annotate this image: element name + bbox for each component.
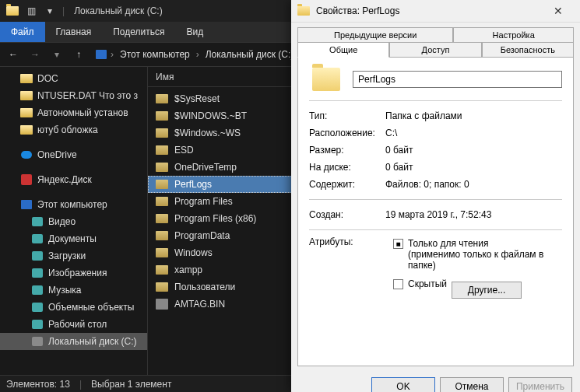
back-button[interactable]: ← [5,46,22,63]
yandex-icon [20,174,33,185]
folder-icon [20,107,33,118]
cancel-button[interactable]: Отмена [440,377,504,392]
sidebar-item-disk-c[interactable]: Локальный диск (C:) [0,333,147,350]
sidebar-label: DOC [37,73,58,84]
folder-name-input[interactable] [353,71,562,88]
value-type: Папка с файлами [385,110,562,121]
sidebar-this-pc[interactable]: Этот компьютер [0,196,147,213]
sidebar-label: Яндекс.Диск [37,174,92,185]
menu-file[interactable]: Файл [0,22,45,42]
file-label: OneDriveTemp [174,162,237,173]
menu-home[interactable]: Главная [45,22,103,42]
sidebar-label: Музыка [48,285,81,296]
file-label: Program Files (x86) [174,213,256,224]
label-contains: Содержит: [309,179,385,190]
disk-icon [31,336,44,347]
checkbox-readonly[interactable]: ■ [393,239,403,249]
library-icon [31,285,44,296]
folder-icon [156,180,168,189]
file-icon [156,299,168,310]
sidebar-item[interactable]: Видео [0,213,147,230]
file-label: Program Files [174,196,233,207]
label-size-on-disk: На диске: [309,162,385,173]
sidebar-label: ютуб обложка [37,124,98,135]
value-size: 0 байт [385,145,562,156]
file-label: Пользователи [174,282,235,292]
sidebar-label: Видео [48,216,76,227]
chevron-right-icon[interactable]: › [111,49,114,60]
navigation-pane[interactable]: DOC NTUSER.DAT Что это з Автономный уста… [0,67,148,375]
crumb-this-pc[interactable]: Этот компьютер [117,49,193,60]
value-location: C:\ [385,128,562,138]
tab-customize[interactable]: Настройка [453,27,574,43]
ok-button[interactable]: OK [371,377,435,392]
dialog-buttons: OK Отмена Применить [291,371,580,392]
sidebar-item[interactable]: Рабочий стол [0,316,147,333]
advanced-button[interactable]: Другие... [452,282,522,299]
apply-button[interactable]: Применить [508,377,572,392]
sidebar-item[interactable]: Объемные объекты [0,299,147,316]
window-title: Локальный диск (C:) [74,5,163,16]
sidebar-label: Объемные объекты [48,302,134,313]
library-icon [31,302,44,313]
sidebar-item[interactable]: Загрузки [0,247,147,264]
pc-icon [95,49,107,60]
tab-general[interactable]: Общие [297,42,389,58]
sidebar-item[interactable]: ютуб обложка [0,121,147,138]
chevron-right-icon[interactable]: › [196,49,199,60]
tab-previous-versions[interactable]: Предыдущие версии [297,27,453,43]
folder-icon [156,282,168,292]
close-button[interactable]: ✕ [543,0,574,22]
folder-icon [156,111,168,121]
file-label: xampp [174,264,202,275]
folder-icon [156,265,168,275]
sidebar-item[interactable]: Музыка [0,282,147,299]
up-button[interactable]: ↑ [70,46,87,63]
sidebar-item[interactable]: DOC [0,70,147,87]
sidebar-item[interactable]: Документы [0,230,147,247]
label-size: Размер: [309,145,385,156]
label-hidden: Скрытый [408,278,447,289]
sidebar-label: Документы [48,233,97,244]
tab-security[interactable]: Безопасность [482,42,574,58]
sidebar-item[interactable]: NTUSER.DAT Что это з [0,87,147,104]
folder-icon [6,5,19,17]
file-label: AMTAG.BIN [174,299,225,310]
folder-icon [297,6,310,16]
file-label: $Windows.~WS [174,128,241,138]
label-created: Создан: [309,209,385,220]
folder-icon [156,128,168,138]
status-selection: Выбран 1 элемент [91,379,171,390]
value-created: 19 марта 2019 г., 7:52:43 [385,209,562,220]
pc-icon [20,199,33,210]
menu-view[interactable]: Вид [175,22,214,42]
forward-button[interactable]: → [26,46,44,63]
recent-dropdown[interactable]: ▾ [48,46,65,63]
sidebar-yandex[interactable]: Яндекс.Диск [0,171,147,188]
folder-icon [156,197,168,206]
file-label: Windows [174,247,213,258]
sidebar-label: Изображения [48,268,107,278]
checkbox-hidden[interactable] [393,279,403,289]
file-label: ProgramData [174,230,230,241]
crumb-disk[interactable]: Локальный диск (C:) [202,49,297,60]
sidebar-label: Рабочий стол [48,319,107,330]
dialog-titlebar[interactable]: Свойства: PerfLogs ✕ [291,0,580,23]
tab-panel-general: Тип:Папка с файлами Расположение:C:\ Раз… [297,57,574,366]
folder-icon [156,94,168,103]
folder-icon [20,73,33,84]
sidebar-item[interactable]: Автономный установ [0,104,147,121]
sidebar-label: Автономный установ [37,107,128,118]
qat-icon[interactable]: ▥ [25,5,37,17]
sidebar-item[interactable]: Изображения [0,264,147,282]
label-readonly: Только для чтения(применимо только к фай… [408,238,562,271]
file-label: $SysReset [174,93,220,104]
tab-sharing[interactable]: Доступ [389,42,481,58]
library-icon [31,268,44,278]
file-label: $WINDOWS.~BT [174,110,247,121]
file-label: PerfLogs [174,179,212,190]
label-location: Расположение: [309,128,385,138]
menu-share[interactable]: Поделиться [102,22,175,42]
sidebar-onedrive[interactable]: OneDrive [0,146,147,163]
qat-icon[interactable]: ▾ [44,5,56,17]
